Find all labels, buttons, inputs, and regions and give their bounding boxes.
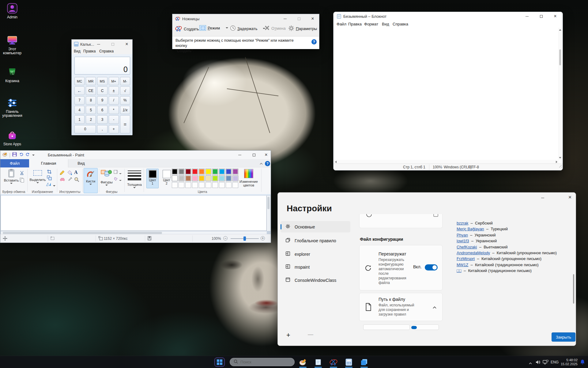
edit-colors-button[interactable]: Изменение цветов: [238, 169, 260, 187]
calc-button-2[interactable]: 2: [86, 115, 96, 124]
palette-color[interactable]: [205, 175, 211, 181]
qat-customize-icon[interactable]: [32, 155, 35, 156]
menu-edit[interactable]: Правка: [83, 49, 96, 53]
close-button[interactable]: ×: [552, 13, 558, 19]
taskbar-snipping-icon[interactable]: [330, 358, 337, 366]
calc-button-mc[interactable]: MC: [74, 77, 85, 85]
clock[interactable]: 5:48:02 15.02.2025: [559, 358, 578, 366]
translator-link[interactable]: Phyan: [457, 233, 468, 237]
scrollbar-thumb[interactable]: [559, 49, 561, 65]
network-icon[interactable]: [543, 360, 548, 366]
minimize-button[interactable]: [540, 195, 546, 201]
palette-color[interactable]: [219, 169, 225, 174]
calc-button-6[interactable]: 6: [97, 106, 107, 114]
palette-empty-slot[interactable]: [199, 182, 205, 188]
close-settings-button[interactable]: Закрыть: [552, 332, 575, 342]
translator-link[interactable]: bzzrak: [457, 221, 468, 225]
shape-fill-icon[interactable]: [114, 177, 122, 182]
search-input[interactable]: [240, 360, 286, 364]
tab-home[interactable]: Главная: [29, 159, 68, 167]
zoom-in-icon[interactable]: +: [261, 236, 265, 240]
desktop-icon-control-panel[interactable]: Панель управления: [1, 97, 24, 118]
desktop-icon-this-pc[interactable]: Этот компьютер: [1, 34, 24, 55]
calc-button-minus[interactable]: -: [109, 115, 119, 124]
calc-button-9[interactable]: 9: [97, 96, 107, 105]
taskbar-calculator-icon[interactable]: [345, 358, 353, 366]
new-snip-button[interactable]: Создать: [175, 25, 199, 33]
shapes-icon[interactable]: [101, 169, 112, 178]
palette-color[interactable]: [226, 169, 232, 174]
palette-color[interactable]: [172, 175, 178, 181]
palette-empty-slot[interactable]: [205, 182, 211, 188]
palette-color[interactable]: [219, 175, 225, 181]
resize-grip[interactable]: [559, 165, 562, 167]
brushes-button[interactable]: Кисти: [84, 168, 98, 193]
minimize-button[interactable]: [96, 41, 102, 47]
calc-button-mminus[interactable]: M-: [120, 77, 130, 85]
menu-file[interactable]: Файл: [337, 22, 346, 26]
calc-button-equals[interactable]: =: [120, 115, 130, 133]
scroll-down-arrow-icon[interactable]: [559, 157, 561, 159]
calc-button-plus[interactable]: +: [109, 125, 119, 133]
menu-edit[interactable]: Правка: [348, 22, 362, 26]
paint-help-icon[interactable]: ?: [265, 161, 270, 166]
translator-link[interactable]: MW1Z: [457, 263, 468, 267]
sidebar-item-consolewindowclass[interactable]: ConsoleWindowClass: [281, 274, 350, 286]
zoom-slider[interactable]: [231, 238, 259, 239]
scroll-up-arrow-icon[interactable]: [559, 29, 561, 31]
menu-view[interactable]: Вид: [382, 22, 389, 26]
close-button[interactable]: ×: [567, 194, 573, 200]
text-tool-icon[interactable]: A: [74, 170, 78, 175]
vertical-scrollbar[interactable]: [558, 28, 562, 160]
pencil-icon[interactable]: [59, 170, 65, 176]
calc-button-multiply[interactable]: *: [109, 106, 119, 114]
file-path-card[interactable]: Путь к файлу Файл, используемый для сохр…: [359, 293, 443, 321]
scrollbar-thumb[interactable]: [573, 274, 574, 304]
reload-toggle[interactable]: [425, 264, 438, 270]
calc-button-8[interactable]: 8: [86, 96, 96, 105]
minimize-button[interactable]: [524, 13, 530, 19]
translator-link[interactable]: Meriç Bağlayan: [457, 227, 484, 231]
zoom-slider-thumb[interactable]: [243, 236, 246, 241]
crop-icon[interactable]: [47, 169, 52, 175]
palette-empty-slot[interactable]: [212, 182, 218, 188]
calc-button-percent[interactable]: %: [120, 96, 130, 105]
palette-empty-slot[interactable]: [192, 182, 198, 188]
minimize-button[interactable]: [237, 152, 243, 158]
maximize-button[interactable]: [251, 152, 257, 158]
minimize-button[interactable]: [282, 16, 288, 21]
palette-color[interactable]: [185, 169, 191, 174]
save-icon[interactable]: [12, 152, 17, 158]
calc-button-c[interactable]: C: [97, 86, 107, 95]
sidebar-item-general[interactable]: Основные: [281, 221, 350, 232]
palette-color[interactable]: [212, 175, 218, 181]
menu-help[interactable]: Справка: [393, 22, 408, 26]
scrollbar-thumb[interactable]: [267, 197, 270, 209]
palette-color[interactable]: [226, 175, 232, 181]
paste-button[interactable]: Вставить: [3, 169, 19, 184]
calc-button-decimal[interactable]: ,: [97, 125, 107, 133]
taskbar-settings-app-icon[interactable]: [360, 358, 368, 366]
menu-format[interactable]: Формат: [364, 22, 378, 26]
paint-canvas[interactable]: [1, 196, 267, 231]
remove-rule-button[interactable]: —: [308, 331, 313, 338]
fill-bucket-icon[interactable]: [67, 170, 72, 176]
palette-color[interactable]: [192, 169, 198, 174]
palette-empty-slot[interactable]: [179, 182, 184, 188]
palette-empty-slot[interactable]: [185, 182, 191, 188]
color1-button[interactable]: Цвет 1: [146, 169, 159, 188]
desktop-icon-recycle-bin[interactable]: Корзина: [1, 66, 24, 83]
calc-button-3[interactable]: 3: [97, 115, 107, 124]
calc-button-mplus[interactable]: M+: [109, 77, 119, 85]
thickness-button[interactable]: Толщина: [126, 170, 143, 188]
color2-button[interactable]: Цвет 2: [160, 169, 173, 188]
translator-link[interactable]: □□: [457, 268, 462, 273]
palette-color[interactable]: [185, 175, 191, 181]
calc-button-4[interactable]: 4: [74, 106, 85, 114]
translator-link[interactable]: AndromedaMelody: [457, 251, 490, 255]
mode-button[interactable]: Режим: [199, 25, 228, 31]
palette-color[interactable]: [212, 169, 218, 174]
calc-button-0[interactable]: 0: [74, 125, 96, 133]
calc-button-1[interactable]: 1: [74, 115, 85, 124]
palette-color[interactable]: [199, 175, 205, 181]
